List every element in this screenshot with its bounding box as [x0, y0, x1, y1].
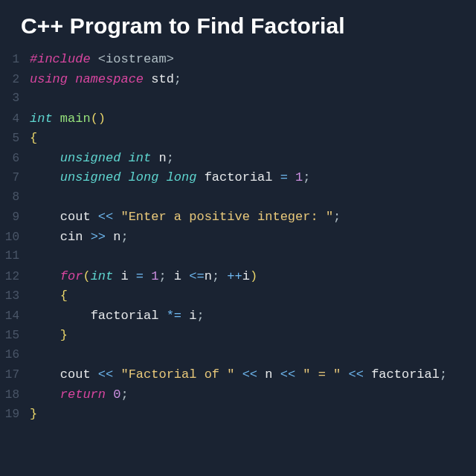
code-line: 18 return 0; [0, 387, 476, 408]
line-number: 15 [0, 329, 30, 342]
code-line: 16 [0, 348, 476, 368]
code-content: cout << "Factorial of " << n << " = " <<… [30, 367, 476, 382]
line-number: 16 [0, 348, 30, 361]
code-line: 1 #include <iostream> [0, 52, 476, 72]
code-line: 6 unsigned int n; [0, 151, 476, 171]
line-number: 6 [0, 152, 30, 165]
code-line: 10 cin >> n; [0, 230, 476, 250]
code-line: 15 } [0, 328, 476, 348]
code-line: 11 [0, 249, 476, 269]
line-number: 3 [0, 91, 30, 105]
code-content: cin >> n; [30, 230, 476, 244]
code-block: 1 #include <iostream> 2 using namespace … [0, 52, 476, 427]
line-number: 8 [0, 190, 30, 204]
code-content: int main() [30, 112, 476, 126]
line-number: 18 [0, 388, 30, 402]
line-number: 17 [0, 368, 30, 382]
code-content: unsigned long long factorial = 1; [30, 170, 476, 184]
code-content: #include <iostream> [30, 52, 476, 66]
code-line: 4 int main() [0, 112, 476, 132]
line-number: 5 [0, 132, 30, 145]
code-content: cout << "Enter a positive integer: "; [30, 210, 476, 224]
code-line: 13 { [0, 289, 476, 309]
line-number: 14 [0, 309, 30, 323]
code-content: factorial *= i; [30, 309, 476, 323]
code-line: 2 using namespace std; [0, 72, 476, 92]
line-number: 12 [0, 270, 30, 283]
code-snippet-card: C++ Program to Find Factorial 1 #include… [0, 0, 476, 427]
line-number: 10 [0, 231, 30, 244]
code-content: unsigned int n; [30, 151, 476, 165]
code-line: 12 for(int i = 1; i <=n; ++i) [0, 269, 476, 289]
line-number: 2 [0, 73, 30, 86]
line-number: 19 [0, 408, 30, 421]
code-line: 17 cout << "Factorial of " << n << " = "… [0, 367, 476, 387]
code-content: } [30, 328, 476, 342]
code-line: 7 unsigned long long factorial = 1; [0, 170, 476, 190]
code-content: { [30, 131, 476, 145]
code-content: { [30, 289, 476, 303]
line-number: 13 [0, 289, 30, 303]
code-line: 5 { [0, 131, 476, 151]
line-number: 9 [0, 210, 30, 224]
code-line: 3 [0, 91, 476, 112]
code-line: 19 } [0, 407, 476, 427]
line-number: 1 [0, 53, 30, 66]
code-line: 9 cout << "Enter a positive integer: "; [0, 210, 476, 230]
line-number: 11 [0, 249, 30, 263]
code-line: 8 [0, 190, 476, 210]
code-content: } [30, 407, 476, 421]
code-content: using namespace std; [30, 72, 476, 86]
code-content: return 0; [30, 387, 476, 402]
title: C++ Program to Find Factorial [0, 13, 476, 52]
line-number: 4 [0, 112, 30, 126]
code-content: for(int i = 1; i <=n; ++i) [30, 269, 476, 283]
line-number: 7 [0, 171, 30, 184]
code-line: 14 factorial *= i; [0, 309, 476, 329]
